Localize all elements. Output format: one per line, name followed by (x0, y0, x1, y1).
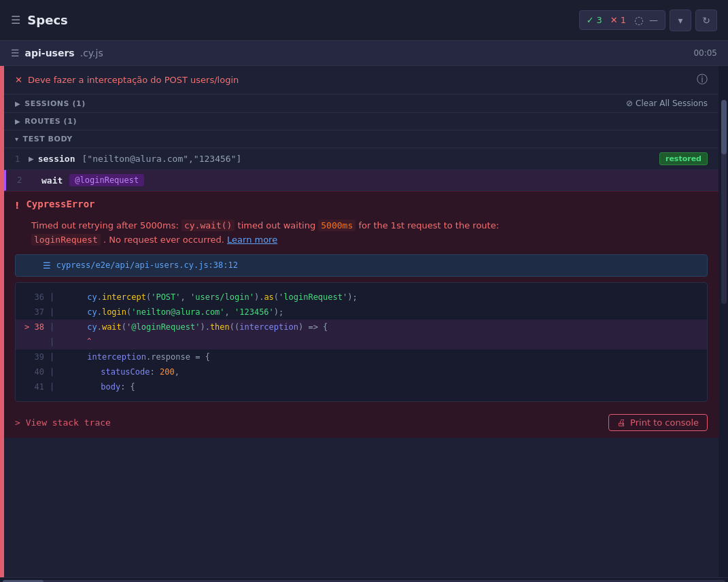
routes-row: ▶ ROUTES (1) (4, 113, 718, 131)
sessions-row: ▶ SESSIONS (1) ⊘ Clear All Sessions (4, 95, 718, 113)
error-block: ! CypressError Timed out retrying after … (4, 191, 718, 438)
vertical-scrollbar[interactable] (718, 66, 728, 577)
scrollbar-thumb[interactable] (721, 100, 727, 154)
error-msg-mid: timed out waiting (235, 220, 318, 230)
learn-more-link[interactable]: Learn more (227, 235, 277, 245)
cmd-tag-loginrequest: @loginRequest (69, 174, 144, 186)
cmd-name-wait: wait (41, 175, 63, 186)
line-num-38: > 38 (24, 321, 44, 333)
error-footer: > View stack trace 🖨 Print to console (4, 407, 718, 438)
error-msg-prefix: Timed out retrying after 5000ms: (31, 220, 181, 230)
cmd-arg-session: ["neilton@alura.com","123456"] (82, 154, 242, 164)
file-bar: ☰ api-users.cy.js 00:05 (0, 41, 728, 66)
file-name-area: ☰ api-users.cy.js (11, 48, 103, 58)
error-cy-wait: cy.wait() (181, 220, 235, 231)
fail-count: 1 (621, 15, 626, 25)
error-msg-suffix: for the 1st request to the route: (356, 220, 499, 230)
clear-sessions-label: Clear All Sessions (636, 99, 708, 108)
status-badge: ✓ 3 ✕ 1 ◌ — (579, 10, 665, 30)
test-body-label-text: TEST BODY (23, 135, 73, 143)
running-dots: — (649, 15, 658, 25)
test-content: ✕ Deve fazer a interceptação do POST use… (4, 66, 718, 577)
line-num-41: 41 (24, 381, 44, 393)
code-line-40: 40 | statusCode: 200, (16, 364, 707, 379)
running-icon: ◌ (634, 14, 644, 27)
command-row-session[interactable]: 1 ▶ session ["neilton@alura.com","123456… (4, 148, 718, 170)
caret-icon: ^ (60, 336, 91, 346)
error-no-request: . No request ever occurred. (101, 235, 227, 245)
h-scroll-thumb[interactable] (3, 580, 44, 583)
test-body-chevron-icon: ▾ (15, 135, 19, 143)
file-time: 00:05 (693, 48, 717, 58)
code-line-37: 37 | cy.login('neilton@alura.com', '1234… (16, 305, 707, 320)
refresh-icon: ↻ (702, 15, 710, 26)
code-line-41: 41 | body: { (16, 379, 707, 394)
routes-label[interactable]: ▶ ROUTES (1) (15, 117, 77, 126)
info-icon[interactable]: ⓘ (697, 73, 708, 87)
line-num-39: 39 (24, 351, 44, 363)
cmd-arrow-1: ▶ (29, 155, 34, 162)
print-icon: 🖨 (617, 417, 626, 428)
print-to-console-button[interactable]: 🖨 Print to console (608, 414, 708, 431)
stack-trace-label: > View stack trace (15, 417, 111, 428)
menu-icon[interactable]: ☰ (11, 14, 20, 27)
dropdown-button[interactable]: ▾ (670, 10, 691, 31)
test-fail-icon: ✕ (15, 75, 22, 85)
pass-count: 3 (597, 15, 602, 25)
cmd-num-2: 2 (17, 175, 31, 185)
test-title-text: Deve fazer a interceptação do POST users… (28, 75, 239, 85)
clear-sessions-button[interactable]: ⊘ Clear All Sessions (626, 99, 708, 108)
code-line-38: > 38 | cy.wait('@loginRequest').then((in… (16, 320, 707, 335)
pass-icon: ✓ (587, 15, 594, 25)
sessions-chevron-icon: ▶ (15, 100, 20, 107)
error-message: Timed out retrying after 5000ms: cy.wait… (4, 215, 718, 254)
app-title: Specs (27, 13, 67, 27)
view-stack-trace-button[interactable]: > View stack trace (15, 417, 111, 428)
file-link-text: cypress/e2e/api/api-users.cy.js:38:12 (56, 260, 238, 270)
error-timeout: 5000ms (318, 220, 356, 231)
code-line-39: 39 | interception.response = { (16, 349, 707, 364)
main-area: ✕ Deve fazer a interceptação do POST use… (0, 66, 728, 577)
file-link-row[interactable]: ☰ cypress/e2e/api/api-users.cy.js:38:12 (15, 254, 708, 277)
line-num-37: 37 (24, 306, 44, 318)
refresh-button[interactable]: ↻ (695, 10, 717, 31)
horizontal-scrollbar[interactable] (0, 577, 728, 582)
cypress-error-header: ! CypressError (4, 192, 718, 215)
sessions-label[interactable]: ▶ SESSIONS (1) (15, 99, 86, 108)
cmd-num-1: 1 (15, 154, 29, 164)
line-num-36: 36 (24, 291, 44, 303)
exclaim-icon: ! (15, 200, 19, 211)
routes-label-text: ROUTES (1) (24, 117, 77, 126)
file-icon: ☰ (11, 48, 20, 58)
sessions-label-text: SESSIONS (1) (24, 99, 86, 108)
chevron-down-icon: ▾ (678, 15, 682, 26)
line-num-40: 40 (24, 366, 44, 378)
routes-chevron-icon: ▶ (15, 118, 20, 125)
header-right: ✓ 3 ✕ 1 ◌ — ▾ ↻ (579, 10, 717, 31)
code-line-caret: | ^ (16, 335, 707, 349)
file-basename: api-users (25, 48, 75, 58)
file-link-icon: ☰ (43, 260, 51, 271)
test-body-label[interactable]: ▾ TEST BODY (15, 135, 73, 143)
cypress-error-title: CypressError (26, 199, 94, 209)
scrollbar-track (721, 100, 727, 304)
h-scroll-track (3, 580, 725, 583)
cmd-name-session: session (38, 154, 75, 164)
fail-icon: ✕ (610, 15, 618, 25)
command-row-wait[interactable]: 2 wait @loginRequest (4, 170, 718, 191)
print-label: Print to console (630, 417, 699, 428)
code-line-36: 36 | cy.intercept('POST', 'users/login')… (16, 290, 707, 305)
header: ☰ Specs ✓ 3 ✕ 1 ◌ — ▾ ↻ (0, 0, 728, 41)
file-extension: .cy.js (80, 48, 103, 58)
test-body-header: ▾ TEST BODY (4, 131, 718, 148)
cmd-badge-restored: restored (659, 152, 708, 165)
code-block: 36 | cy.intercept('POST', 'users/login')… (15, 282, 708, 402)
header-left: ☰ Specs (11, 13, 68, 27)
clear-sessions-icon: ⊘ (626, 99, 633, 108)
test-header: ✕ Deve fazer a interceptação do POST use… (4, 66, 718, 95)
test-title-row: ✕ Deve fazer a interceptação do POST use… (15, 75, 239, 85)
error-route-name: loginRequest (31, 234, 101, 245)
